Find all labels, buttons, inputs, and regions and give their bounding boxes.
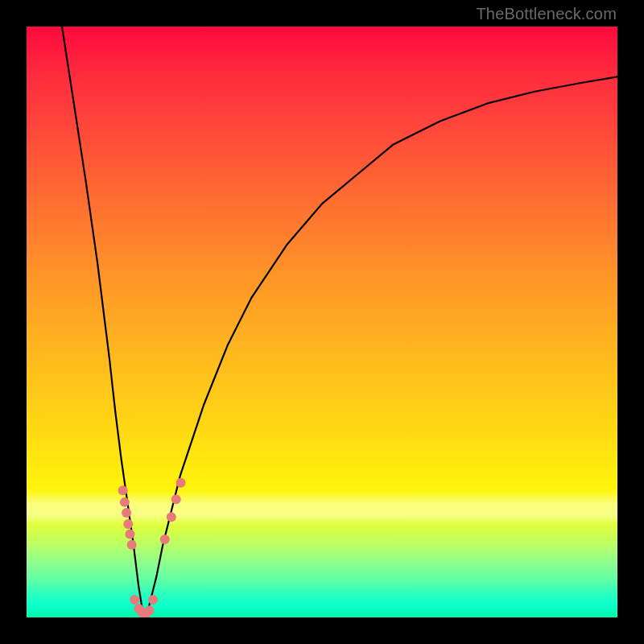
marker-dot <box>120 497 130 507</box>
marker-dot <box>125 530 134 539</box>
bottleneck-curve <box>62 27 617 617</box>
curve-layer <box>27 27 617 617</box>
marker-dot <box>176 478 186 488</box>
plot-area <box>27 27 617 617</box>
marker-dot <box>167 512 176 522</box>
marker-dot <box>127 540 137 550</box>
highlighted-points <box>118 478 186 617</box>
marker-dot <box>160 535 170 544</box>
marker-dot <box>145 605 155 615</box>
chart-frame: TheBottleneck.com <box>0 0 644 644</box>
marker-dot <box>122 508 131 518</box>
marker-dot <box>171 494 181 504</box>
marker-dot <box>148 595 158 605</box>
marker-dot <box>130 595 139 605</box>
marker-dot <box>118 485 128 495</box>
attribution-text: TheBottleneck.com <box>476 5 617 23</box>
marker-dot <box>123 519 133 529</box>
